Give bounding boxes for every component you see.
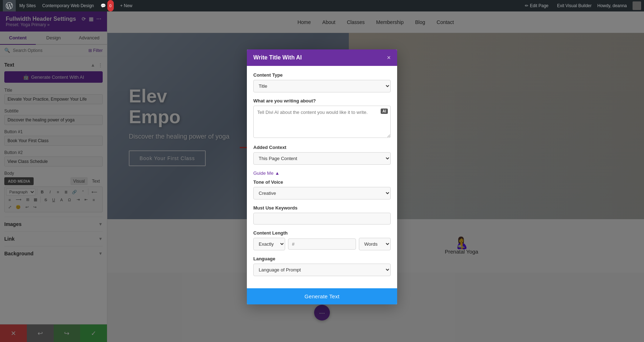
exit-builder-link[interactable]: Exit Visual Builder	[554, 0, 595, 11]
guide-me-link[interactable]: Guide Me ▲	[253, 170, 279, 176]
language-select[interactable]: Language of Prompt English Spanish Frenc…	[253, 264, 391, 276]
tone-select[interactable]: Creative Professional Casual Formal Frie…	[253, 187, 391, 199]
comments-link[interactable]: 💬 0	[98, 0, 117, 11]
modal-title: Write Title With AI	[253, 54, 302, 61]
my-sites-link[interactable]: My Sites	[16, 0, 39, 11]
guide-me-label: Guide Me	[253, 170, 273, 176]
textarea-wrapper: AI	[253, 106, 391, 139]
content-type-select[interactable]: Title Subtitle Body Button	[253, 80, 391, 92]
modal-overlay: Write Title With AI × Content Type Title…	[0, 11, 644, 342]
length-unit-select[interactable]: Words Characters Sentences	[359, 238, 391, 250]
site-name-link[interactable]: Contemporary Web Design	[39, 0, 97, 11]
added-context-field: Added Context This Page Content No Conte…	[253, 145, 391, 165]
tone-label: Tone of Voice	[253, 179, 391, 185]
keywords-label: Must Use Keywords	[253, 205, 391, 211]
added-context-label: Added Context	[253, 145, 391, 150]
write-title-modal: Write Title With AI × Content Type Title…	[247, 49, 397, 304]
keywords-input[interactable]	[253, 213, 391, 225]
modal-body: Content Type Title Subtitle Body Button …	[247, 66, 397, 288]
language-label: Language	[253, 256, 391, 261]
content-type-label: Content Type	[253, 72, 391, 78]
user-link[interactable]: Howdy, deanna	[595, 0, 630, 11]
content-length-row: Exactly At Least At Most Words Character…	[253, 238, 391, 250]
guide-me-chevron: ▲	[275, 170, 279, 176]
modal-header: Write Title With AI ×	[247, 49, 397, 66]
writing-about-field: What are you writing about? AI	[253, 98, 391, 139]
language-field: Language Language of Prompt English Span…	[253, 256, 391, 276]
new-link[interactable]: + New	[117, 0, 135, 11]
keywords-field: Must Use Keywords	[253, 205, 391, 225]
tone-field: Tone of Voice Creative Professional Casu…	[253, 179, 391, 199]
length-number-input[interactable]	[288, 239, 356, 250]
generate-text-button[interactable]: Generate Text	[247, 288, 397, 304]
wp-logo[interactable]	[3, 0, 16, 11]
admin-bar: My Sites Contemporary Web Design 💬 0 + N…	[0, 0, 644, 11]
length-type-select[interactable]: Exactly At Least At Most	[253, 238, 285, 250]
added-context-select[interactable]: This Page Content No Context Custom	[253, 152, 391, 165]
edit-page-link[interactable]: ✏ Edit Page	[522, 0, 551, 11]
content-length-label: Content Length	[253, 230, 391, 236]
modal-close-button[interactable]: ×	[387, 54, 391, 61]
ai-badge: AI	[381, 109, 388, 114]
content-type-field: Content Type Title Subtitle Body Button	[253, 72, 391, 92]
comment-count: 0	[107, 0, 114, 11]
writing-about-label: What are you writing about?	[253, 98, 391, 103]
writing-about-textarea[interactable]	[253, 106, 391, 138]
content-length-field: Content Length Exactly At Least At Most …	[253, 230, 391, 250]
